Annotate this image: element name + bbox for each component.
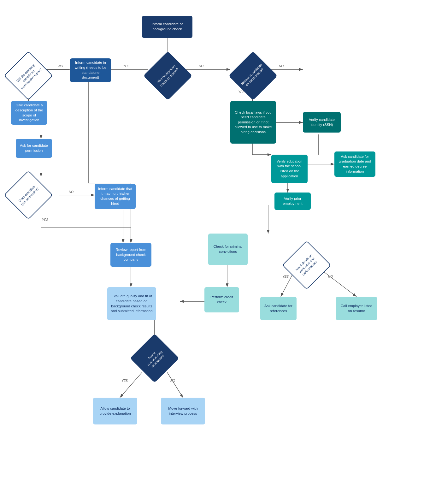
svg-text:YES: YES: [123, 64, 129, 68]
verify-education-node: Verify education with the school listed …: [271, 155, 308, 183]
flowchart-canvas: YES NO YES NO YES NO YES: [0, 0, 424, 504]
research-social-node: Research candidate on social media?: [234, 57, 272, 95]
does-candidate-node: Does candidate give permission?: [9, 176, 47, 214]
ask-permission-node: Ask for candidate permission: [16, 139, 52, 158]
ask-references-node: Ask candidate for references: [260, 297, 297, 320]
verify-prior-node: Verify prior employment: [274, 193, 311, 210]
evaluate-quality-node: Evaluate quality and fit of candidate ba…: [107, 287, 156, 320]
will-company-node: Will the company compile an investigativ…: [9, 57, 47, 95]
allow-candidate-node: Allow candidate to provide explanation: [93, 398, 137, 424]
perform-credit-node: Perform credit check: [204, 287, 239, 312]
check-criminal-node: Check for criminal convictions: [208, 234, 248, 265]
svg-text:YES: YES: [42, 218, 48, 222]
svg-text:NO: NO: [199, 64, 203, 68]
ask-graduation-node: Ask candidate for graduation date and ea…: [334, 151, 375, 177]
inform-hurt-node: Inform candidate that it may hurt his/he…: [95, 184, 136, 209]
inform-candidate-node: Inform candidate of background check: [142, 16, 192, 38]
review-report-node: Review report from background check comp…: [110, 243, 151, 267]
svg-text:NO: NO: [279, 64, 284, 68]
inform-writing-node: Inform candidate in writing (needs to be…: [70, 58, 111, 82]
svg-text:YES: YES: [121, 379, 128, 382]
move-forward-node: Move forward with interview process: [161, 398, 205, 424]
svg-text:NO: NO: [58, 64, 63, 68]
call-employer-node: Call employer listed on resume: [336, 297, 377, 320]
svg-text:NO: NO: [69, 190, 74, 194]
give-description-node: Give candidate a description of the scop…: [11, 101, 47, 125]
hire-bg-company-node: Hire background check company?: [149, 57, 187, 95]
found-compromising-node: Found compromising information?: [136, 339, 174, 377]
verify-identity-node: Verify candidate identity (SSN): [303, 112, 341, 133]
check-local-laws-node: Check local laws if you need candidate p…: [230, 101, 276, 144]
need-details-node: Need details on work ethic and performan…: [288, 246, 326, 284]
svg-text:NO: NO: [170, 379, 175, 382]
svg-text:NO: NO: [328, 275, 333, 278]
